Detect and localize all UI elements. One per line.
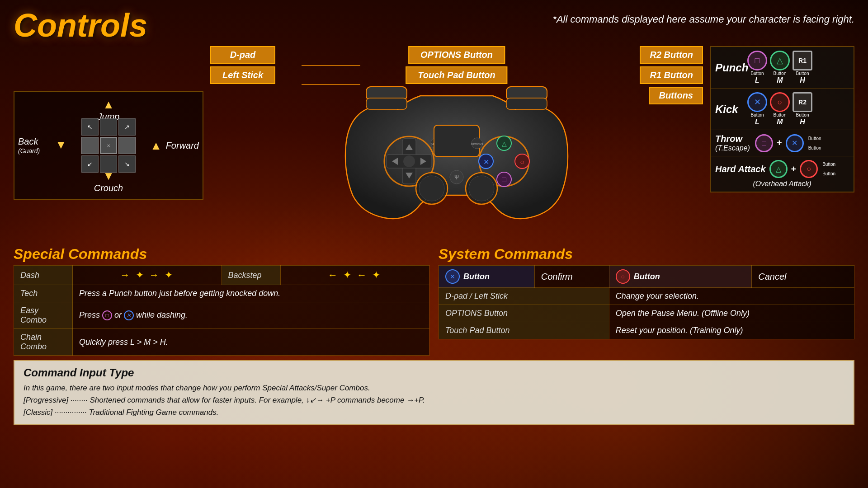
dpad-label: D-pad <box>210 46 275 64</box>
easy-combo-desc: Press □ or ✕ while dashing. <box>73 302 429 329</box>
cancel-label: Cancel <box>752 266 854 288</box>
bottom-section: Special Commands Dash → ✦ → ✦ Backstep ←… <box>14 246 854 356</box>
options-btn-label: OPTIONS Button <box>439 305 609 322</box>
tech-desc: Press a Punch button just before getting… <box>73 285 429 302</box>
throw-row: Throw (T.Escape) □ + ✕ Button Button <box>711 130 854 156</box>
button-legend: Punch □ Button L △ Button M <box>710 46 854 192</box>
controller-image: SHARE OPTIONS Ψ △ ✕ <box>339 73 574 227</box>
tech-label: Tech <box>14 285 73 302</box>
hard-attack-row: Hard Attack △ + ○ Button Button (Overhea… <box>711 156 854 192</box>
kick-label: Kick <box>715 103 745 116</box>
svg-rect-1 <box>366 98 407 109</box>
table-row: Dash → ✦ → ✦ Backstep ← ✦ ← ✦ <box>14 266 429 285</box>
options-action: Open the Pause Menu. (Offline Only) <box>609 305 854 322</box>
special-commands-section: Special Commands Dash → ✦ → ✦ Backstep ←… <box>14 246 429 356</box>
svg-point-7 <box>403 155 415 167</box>
ls-line <box>302 84 360 85</box>
command-input-section: Command Input Type In this game, there a… <box>14 360 854 425</box>
cit-title: Command Input Type <box>24 366 844 379</box>
chain-combo-label: Chain Combo <box>14 329 73 356</box>
chain-combo-desc: Quickly press L > M > H. <box>73 329 429 356</box>
touchpad-action: Reset your position. (Training Only) <box>609 322 854 339</box>
dpad-stick-label: D-pad / Left Stick <box>439 288 609 305</box>
circle-btn-cell: ○ Button <box>609 266 751 288</box>
disclaimer-text: *All commands displayed here assume your… <box>552 14 854 25</box>
svg-text:Ψ: Ψ <box>454 174 459 181</box>
table-row: Chain Combo Quickly press L > M > H. <box>14 329 429 356</box>
table-row: ✕ Button Confirm ○ Button <box>439 266 854 288</box>
crouch-label: Crouch <box>94 183 123 193</box>
svg-text:OPTIONS: OPTIONS <box>471 143 483 145</box>
touchpad-btn-label: Touch Pad Button <box>439 322 609 339</box>
backstep-label: Backstep <box>222 266 280 285</box>
table-row: Easy Combo Press □ or ✕ while dashing. <box>14 302 429 329</box>
svg-text:○: ○ <box>520 158 524 166</box>
table-row: Touch Pad Button Reset your position. (T… <box>439 322 854 339</box>
back-label: Back <box>18 136 38 146</box>
backstep-arrows: ← ✦ ← ✦ <box>280 266 429 285</box>
table-row: D-pad / Left Stick Change your selection… <box>439 288 854 305</box>
dash-label: Dash <box>14 266 73 285</box>
svg-text:△: △ <box>502 140 507 147</box>
forward-label: Forward <box>166 141 199 150</box>
system-commands-section: System Commands ✕ Button Confirm <box>439 246 854 356</box>
easy-combo-label: Easy Combo <box>14 302 73 329</box>
confirm-label: Confirm <box>534 266 609 288</box>
table-row: Tech Press a Punch button just before ge… <box>14 285 429 302</box>
system-commands-title: System Commands <box>439 246 854 263</box>
left-labels: D-pad Left Stick <box>210 46 275 84</box>
svg-point-31 <box>469 176 494 201</box>
svg-rect-3 <box>506 98 547 109</box>
r1-label: R1 Button <box>640 66 703 84</box>
r2-label: R2 Button <box>640 46 703 64</box>
special-commands-title: Special Commands <box>14 246 429 263</box>
dpad-line <box>302 65 360 66</box>
table-row: OPTIONS Button Open the Pause Menu. (Off… <box>439 305 854 322</box>
right-labels: R2 Button R1 Button Buttons <box>640 46 703 104</box>
guard-label: (Guard) <box>18 147 40 155</box>
svg-text:✕: ✕ <box>483 158 489 166</box>
dpad-diagram: ▲ Jump ↖ ↗ ✕ <box>14 91 203 200</box>
svg-text:□: □ <box>502 176 506 183</box>
cit-body: In this game, there are two input modes … <box>24 382 844 419</box>
dash-arrows: → ✦ → ✦ <box>73 266 222 285</box>
dpad-action: Change your selection. <box>609 288 854 305</box>
options-label: OPTIONS Button <box>408 46 505 64</box>
buttons-label: Buttons <box>649 87 703 104</box>
punch-label: Punch <box>715 61 745 74</box>
svg-point-29 <box>419 176 444 201</box>
left-stick-label: Left Stick <box>210 66 275 84</box>
cross-btn-cell: ✕ Button <box>439 266 535 288</box>
